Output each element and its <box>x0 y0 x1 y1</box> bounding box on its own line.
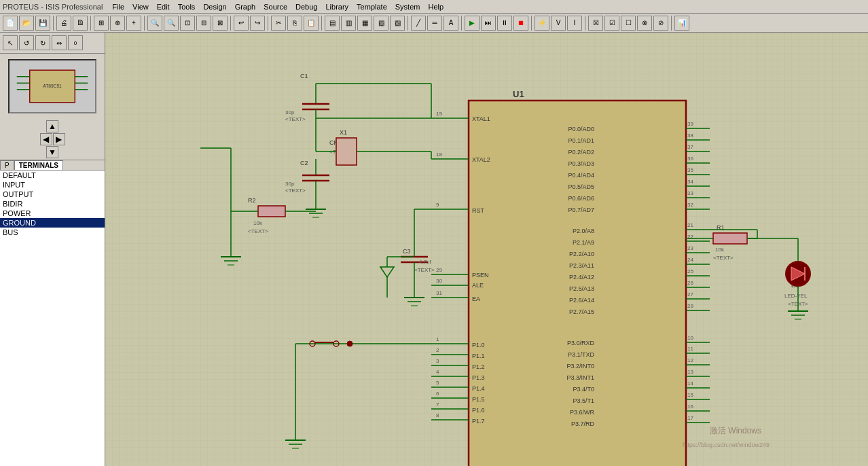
svg-text:P0.0/AD0: P0.0/AD0 <box>568 126 594 132</box>
block-move-btn[interactable]: ▦ <box>357 16 372 31</box>
menu-debug[interactable]: Debug <box>291 3 321 11</box>
svg-text:8: 8 <box>436 412 439 418</box>
svg-text:33: 33 <box>687 190 693 196</box>
print-preview-btn[interactable]: 🖺 <box>73 16 88 31</box>
comp-input[interactable]: INPUT <box>0 180 105 190</box>
svg-text:35: 35 <box>687 167 693 173</box>
menu-graph[interactable]: Graph <box>231 3 260 11</box>
svg-text:P2.0/A8: P2.0/A8 <box>573 228 594 234</box>
svg-text:P3.1/TXD: P3.1/TXD <box>568 351 595 358</box>
add-btn[interactable]: + <box>126 16 141 31</box>
svg-text:9: 9 <box>436 202 439 208</box>
svg-text:P1.2: P1.2 <box>472 363 485 370</box>
menu-view[interactable]: View <box>128 3 153 11</box>
block-copy-btn[interactable]: ▤ <box>325 16 340 31</box>
svg-text:2: 2 <box>436 347 439 353</box>
menu-design[interactable]: Design <box>199 3 230 11</box>
svg-text:6: 6 <box>436 391 439 397</box>
graph-btn[interactable]: 📊 <box>674 16 689 31</box>
misc5-btn[interactable]: ⊘ <box>653 16 668 31</box>
svg-text:18: 18 <box>436 151 442 158</box>
svg-text:P1.1: P1.1 <box>472 353 485 359</box>
menu-edit[interactable]: Edit <box>153 3 174 11</box>
mirror-btn[interactable]: ⇔ <box>52 35 67 50</box>
copy-btn[interactable]: ⎘ <box>287 16 302 31</box>
comp-bus[interactable]: BUS <box>0 228 105 237</box>
grid-btn[interactable]: ⊞ <box>94 16 109 31</box>
zoom-fit-btn[interactable]: ⊡ <box>180 16 195 31</box>
rotate-right-btn[interactable]: ↻ <box>35 35 50 50</box>
svg-text:26: 26 <box>687 280 693 286</box>
menu-file[interactable]: File <box>108 3 128 11</box>
rotate-left-btn[interactable]: ↺ <box>19 35 34 50</box>
comp-default[interactable]: DEFAULT <box>0 171 105 180</box>
zoom-area-btn[interactable]: ⊟ <box>196 16 211 31</box>
zoom-in-btn[interactable]: 🔍 <box>147 16 162 31</box>
misc4-btn[interactable]: ⊗ <box>637 16 652 31</box>
svg-text:39: 39 <box>687 121 693 127</box>
menu-source[interactable]: Source <box>259 3 291 11</box>
wire-btn[interactable]: ╱ <box>411 16 426 31</box>
menu-library[interactable]: Library <box>321 3 352 11</box>
paste-btn[interactable]: 📋 <box>304 16 319 31</box>
print-btn[interactable]: 🖨 <box>56 16 71 31</box>
svg-text:30: 30 <box>436 278 442 284</box>
bus-btn[interactable]: ═ <box>427 16 442 31</box>
zoom-out-btn[interactable]: 🔍 <box>164 16 179 31</box>
svg-text:32: 32 <box>687 202 693 208</box>
pan-right-btn[interactable]: ▶ <box>53 133 65 145</box>
svg-text:P3.5/T1: P3.5/T1 <box>573 397 594 404</box>
num-btn[interactable]: 0 <box>68 35 83 50</box>
svg-text:C2: C2 <box>300 160 308 166</box>
block-delete-btn[interactable]: ▨ <box>390 16 405 31</box>
svg-text:P0.1/AD1: P0.1/AD1 <box>568 137 594 144</box>
svg-text:XTAL2: XTAL2 <box>472 156 490 163</box>
step-btn[interactable]: ⏭ <box>481 16 496 31</box>
svg-rect-158 <box>258 206 285 217</box>
play-btn[interactable]: ▶ <box>465 16 480 31</box>
pause-btn[interactable]: ⏸ <box>497 16 512 31</box>
svg-text:C3: C3 <box>403 248 411 255</box>
block-paste-btn[interactable]: ▥ <box>341 16 356 31</box>
menu-help[interactable]: Help <box>424 3 448 11</box>
pan-left-btn[interactable]: ◀ <box>40 133 52 145</box>
svg-text:R2: R2 <box>248 197 256 204</box>
svg-text:P0.3/AD3: P0.3/AD3 <box>568 160 594 167</box>
save-btn[interactable]: 💾 <box>35 16 50 31</box>
stop-btn[interactable]: ⏹ <box>513 16 528 31</box>
menu-template[interactable]: Template <box>352 3 391 11</box>
comp-ground[interactable]: GROUND <box>0 218 105 228</box>
svg-text:3: 3 <box>436 358 439 364</box>
sidebar: ↖ ↺ ↻ ⇔ 0 AT89C51 ▲ <box>0 33 105 466</box>
menu-tools[interactable]: Tools <box>174 3 200 11</box>
comp-power[interactable]: POWER <box>0 209 105 218</box>
svg-text:12: 12 <box>687 357 693 363</box>
redo-btn[interactable]: ↪ <box>250 16 265 31</box>
menu-system[interactable]: System <box>391 3 424 11</box>
block-rotate-btn[interactable]: ▧ <box>374 16 388 31</box>
probe-btn[interactable]: ⚡ <box>535 16 549 31</box>
open-btn[interactable]: 📂 <box>19 16 34 31</box>
cut-btn[interactable]: ✂ <box>271 16 286 31</box>
tab-terminals[interactable]: TERMINALS <box>14 160 63 170</box>
svg-text:10k: 10k <box>715 247 725 253</box>
misc2-btn[interactable]: ☑ <box>604 16 619 31</box>
new-btn[interactable]: 📄 <box>3 16 18 31</box>
comp-bidir[interactable]: BIDIR <box>0 199 105 209</box>
tab-p[interactable]: P <box>0 160 14 170</box>
iprobe-btn[interactable]: I <box>567 16 582 31</box>
pan-down-btn[interactable]: ▼ <box>46 146 58 158</box>
undo-btn[interactable]: ↩ <box>234 16 249 31</box>
pan-up-btn[interactable]: ▲ <box>46 120 58 132</box>
vprobe-btn[interactable]: V <box>551 16 566 31</box>
label-btn[interactable]: A <box>444 16 458 31</box>
misc1-btn[interactable]: ☒ <box>588 16 603 31</box>
misc3-btn[interactable]: ☐ <box>621 16 636 31</box>
select-btn[interactable]: ↖ <box>3 35 18 50</box>
svg-text:38: 38 <box>687 132 693 139</box>
origin-btn[interactable]: ⊕ <box>110 16 125 31</box>
comp-output[interactable]: OUTPUT <box>0 190 105 199</box>
sidebar-tabs: P TERMINALS <box>0 160 105 171</box>
zoom-full-btn[interactable]: ⊠ <box>213 16 228 31</box>
schematic-canvas[interactable]: U1 XTAL1 XTAL2 RST PSEN ALE EA P1.0 P1.1… <box>105 33 868 466</box>
